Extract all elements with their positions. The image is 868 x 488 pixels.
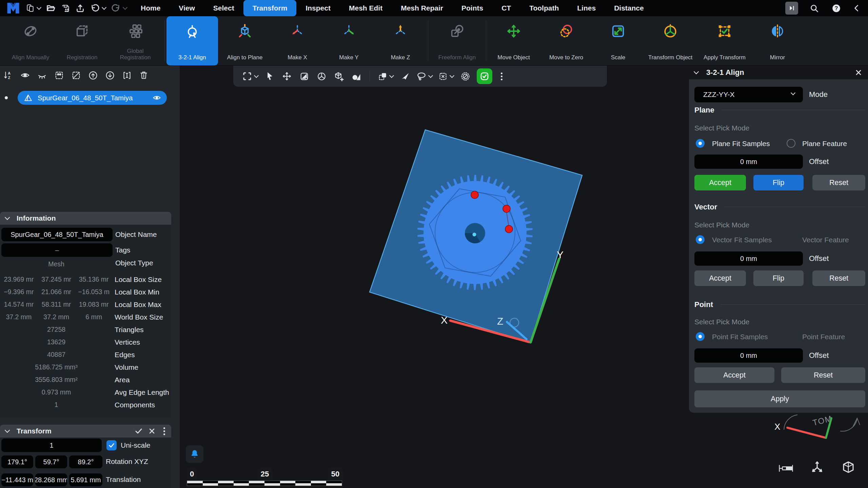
vector-reset-button[interactable]: Reset xyxy=(812,270,865,286)
tab-transform[interactable]: Transform xyxy=(243,0,297,16)
rename-button[interactable] xyxy=(121,68,133,83)
view-cube-button[interactable] xyxy=(839,460,858,475)
plane-feature-radio[interactable] xyxy=(787,139,795,148)
ribbon-button-registration[interactable]: Registration xyxy=(56,16,108,65)
plane-flip-button[interactable]: Flip xyxy=(753,175,804,190)
rotation-y-input[interactable]: 59.7° xyxy=(35,455,67,468)
plane-accept-button[interactable]: Accept xyxy=(694,175,746,190)
duplicate-button[interactable] xyxy=(378,72,393,81)
plane-sample-point[interactable] xyxy=(471,191,478,199)
collapse-ribbon-button[interactable] xyxy=(785,2,798,15)
tab-distance[interactable]: Distance xyxy=(605,0,653,16)
vector-fit-samples-radio[interactable] xyxy=(696,235,705,244)
rotation-z-input[interactable]: 89.2° xyxy=(69,455,102,468)
point-offset-input[interactable]: 0 mm xyxy=(694,348,803,363)
ribbon-button-make-y[interactable]: Make Y xyxy=(323,16,375,65)
plane-offset-input[interactable]: 0 mm xyxy=(694,155,803,169)
tab-toolpath[interactable]: Toolpath xyxy=(520,0,568,16)
vector-flip-button[interactable]: Flip xyxy=(753,270,804,286)
collapse-panel-button[interactable] xyxy=(850,1,864,16)
tab-points[interactable]: Points xyxy=(452,0,492,16)
help-button[interactable]: ? xyxy=(829,1,844,16)
tab-view[interactable]: View xyxy=(170,0,204,16)
translation-x-input[interactable]: −11.443 m xyxy=(1,473,33,486)
rotation-x-input[interactable]: 179.1° xyxy=(1,455,33,468)
tab-home[interactable]: Home xyxy=(132,0,170,16)
tags-input[interactable]: – xyxy=(1,243,113,257)
point-reset-button[interactable]: Reset xyxy=(781,367,865,383)
translation-y-input[interactable]: 28.268 mm xyxy=(35,473,67,486)
clear-selection-button[interactable] xyxy=(438,72,454,81)
hide-all-button[interactable] xyxy=(36,68,48,83)
delete-button[interactable] xyxy=(138,68,150,83)
tab-lines[interactable]: Lines xyxy=(568,0,605,16)
cancel-x-icon[interactable] xyxy=(148,427,156,435)
undo-button[interactable] xyxy=(87,1,108,16)
save-button[interactable] xyxy=(58,1,73,16)
ribbon-button-align-to-plane[interactable]: Align to Plane xyxy=(218,16,272,65)
plane-sample-point[interactable] xyxy=(503,205,510,212)
apply-button[interactable]: Apply xyxy=(694,390,865,407)
point-fit-samples-radio[interactable] xyxy=(696,332,705,341)
vector-accept-button[interactable]: Accept xyxy=(694,270,746,286)
new-project-button[interactable] xyxy=(23,1,43,16)
uniscale-checkbox[interactable] xyxy=(106,440,117,450)
ribbon-button-move-to-zero[interactable]: Move to Zero xyxy=(539,16,593,65)
axes-tripod-button[interactable] xyxy=(808,459,827,475)
ribbon-button-mirror[interactable]: Mirror xyxy=(752,16,803,65)
lasso-select-button[interactable] xyxy=(416,71,432,81)
plane-sample-point[interactable] xyxy=(505,225,513,233)
sort-az-button[interactable]: AZ xyxy=(2,68,14,83)
search-button[interactable] xyxy=(807,1,822,16)
move-up-button[interactable] xyxy=(87,68,99,83)
plane-fit-samples-radio[interactable] xyxy=(696,139,705,148)
ribbon-button-321-align[interactable]: 3-2-1 Align xyxy=(166,16,218,65)
show-all-button[interactable] xyxy=(19,68,31,83)
tab-select[interactable]: Select xyxy=(204,0,243,16)
invert-selection-button[interactable] xyxy=(459,70,471,82)
app-logo[interactable] xyxy=(3,1,23,16)
notification-bell-button[interactable] xyxy=(186,445,203,463)
ribbon-button-apply-transform[interactable]: Apply Transform xyxy=(697,16,752,65)
select-cursor-button[interactable] xyxy=(264,70,275,82)
tab-inspect[interactable]: Inspect xyxy=(296,0,340,16)
object-list-item[interactable]: SpurGear_06_48_50T_Tamiya xyxy=(18,91,167,105)
tab-mesh-repair[interactable]: Mesh Repair xyxy=(392,0,452,16)
navigation-compass[interactable]: TOM X xyxy=(774,414,860,438)
select-all-button[interactable] xyxy=(53,68,65,83)
primitive-shapes-button[interactable] xyxy=(350,70,362,82)
shading-options-button[interactable] xyxy=(298,70,310,82)
measure-scale-button[interactable] xyxy=(776,462,795,475)
close-icon[interactable] xyxy=(854,68,863,77)
toolbar-more-kebab-icon[interactable] xyxy=(501,76,502,77)
ribbon-button-global-registration[interactable]: Global Registration xyxy=(108,16,163,65)
visibility-eye-icon[interactable] xyxy=(152,93,161,102)
transform-menu-kebab-icon[interactable] xyxy=(163,430,165,432)
object-name-input[interactable]: SpurGear_06_48_50T_Tamiya xyxy=(1,228,113,241)
add-to-selection-button[interactable] xyxy=(333,70,344,82)
fit-view-button[interactable] xyxy=(242,71,258,81)
ribbon-button-align-manually[interactable]: Align Manually xyxy=(5,16,56,65)
orbit-button[interactable] xyxy=(316,70,327,82)
mode-select[interactable]: ZZZ-YY-X xyxy=(694,87,803,102)
tab-ct[interactable]: CT xyxy=(492,0,520,16)
plane-reset-button[interactable]: Reset xyxy=(812,175,865,190)
ribbon-button-move-object[interactable]: Move Object xyxy=(488,16,539,65)
transform-header[interactable]: Transform xyxy=(0,425,171,438)
align-panel-header[interactable]: 3-2-1 Align xyxy=(689,66,868,79)
redo-button[interactable] xyxy=(108,1,130,16)
confirm-check-icon[interactable] xyxy=(134,427,143,435)
move-view-button[interactable] xyxy=(281,70,293,82)
point-accept-button[interactable]: Accept xyxy=(694,367,774,383)
confirm-selection-button[interactable] xyxy=(477,68,492,84)
move-down-button[interactable] xyxy=(104,68,116,83)
ribbon-button-freeform-align[interactable]: Freeform Align xyxy=(430,16,484,65)
plane-select-button[interactable] xyxy=(399,70,411,82)
ribbon-button-make-z[interactable]: Make Z xyxy=(375,16,426,65)
ribbon-button-make-x[interactable]: Make X xyxy=(272,16,323,65)
export-button[interactable] xyxy=(73,1,87,16)
information-header[interactable]: Information xyxy=(0,212,171,225)
vector-offset-input[interactable]: 0 mm xyxy=(694,251,803,266)
deselect-all-button[interactable] xyxy=(70,68,82,83)
ribbon-button-scale[interactable]: Scale xyxy=(593,16,643,65)
